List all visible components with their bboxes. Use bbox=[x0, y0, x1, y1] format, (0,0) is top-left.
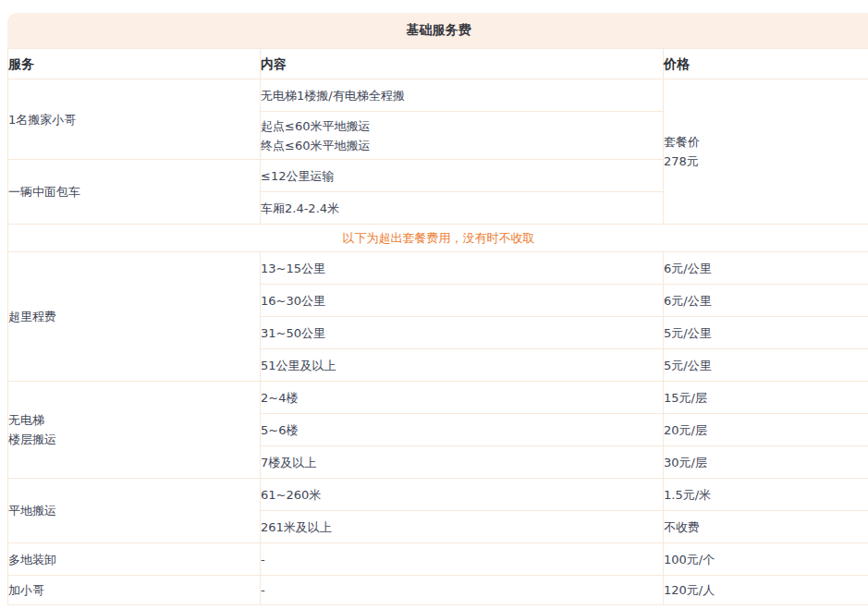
price-cell: 100元/个 bbox=[664, 543, 868, 576]
price-cell: 6元/公里 bbox=[664, 285, 868, 317]
price-cell: 5元/公里 bbox=[664, 349, 868, 382]
content-cell: 261米及以上 bbox=[261, 511, 664, 543]
table-row: 超里程费 13~15公里 6元/公里 bbox=[8, 252, 868, 285]
content-cell: 61~260米 bbox=[261, 479, 664, 511]
content-cell: 31~50公里 bbox=[261, 317, 664, 349]
service-cell: 1名搬家小哥 bbox=[8, 79, 261, 160]
content-cell: 13~15公里 bbox=[261, 252, 664, 285]
content-cell: - bbox=[261, 543, 664, 576]
price-cell: 6元/公里 bbox=[664, 252, 868, 285]
service-cell: 平地搬运 bbox=[8, 479, 261, 543]
table-row: 加小哥 - 120元/人 bbox=[8, 576, 868, 605]
price-cell: 20元/层 bbox=[664, 414, 868, 446]
price-cell: 30元/层 bbox=[664, 446, 868, 479]
column-header-service: 服务 bbox=[8, 49, 261, 79]
notice-text: 以下为超出套餐费用，没有时不收取 bbox=[8, 225, 868, 252]
content-cell: - bbox=[261, 576, 664, 605]
service-cell: 多地装卸 bbox=[8, 543, 261, 576]
content-cell: 起点≤60米平地搬运 终点≤60米平地搬运 bbox=[261, 112, 664, 160]
header-row: 服务 内容 价格 bbox=[8, 49, 868, 79]
price-cell-package: 套餐价 278元 bbox=[664, 79, 868, 225]
price-cell: 15元/层 bbox=[664, 382, 868, 414]
service-cell: 一辆中面包车 bbox=[8, 160, 261, 225]
notice-row: 以下为超出套餐费用，没有时不收取 bbox=[8, 225, 868, 252]
column-header-content: 内容 bbox=[261, 49, 664, 79]
content-cell: ≤12公里运输 bbox=[261, 160, 664, 192]
content-cell: 51公里及以上 bbox=[261, 349, 664, 382]
table-row: 1名搬家小哥 无电梯1楼搬/有电梯全程搬 套餐价 278元 bbox=[8, 79, 868, 112]
price-cell: 120元/人 bbox=[664, 576, 868, 605]
table-row: 平地搬运 61~260米 1.5元/米 bbox=[8, 479, 868, 511]
price-cell: 不收费 bbox=[664, 511, 868, 543]
content-cell: 7楼及以上 bbox=[261, 446, 664, 479]
table-row: 无电梯 楼层搬运 2~4楼 15元/层 bbox=[8, 382, 868, 414]
table-row: 多地装卸 - 100元/个 bbox=[8, 543, 868, 576]
price-cell: 1.5元/米 bbox=[664, 479, 868, 511]
content-cell: 车厢2.4-2.4米 bbox=[261, 192, 664, 225]
service-cell: 加小哥 bbox=[8, 576, 261, 605]
content-cell: 5~6楼 bbox=[261, 414, 664, 446]
service-cell: 无电梯 楼层搬运 bbox=[8, 382, 261, 479]
content-cell: 2~4楼 bbox=[261, 382, 664, 414]
column-header-price: 价格 bbox=[664, 49, 868, 79]
content-cell: 16~30公里 bbox=[261, 285, 664, 317]
pricing-table: 基础服务费 服务 内容 价格 1名搬家小哥 无电梯1楼搬/有电梯全程搬 套餐价 … bbox=[7, 13, 868, 605]
price-cell: 5元/公里 bbox=[664, 317, 868, 349]
content-cell: 无电梯1楼搬/有电梯全程搬 bbox=[261, 79, 664, 112]
price-table: 服务 内容 价格 1名搬家小哥 无电梯1楼搬/有电梯全程搬 套餐价 278元 起… bbox=[7, 48, 868, 605]
service-cell: 超里程费 bbox=[8, 252, 261, 382]
table-title: 基础服务费 bbox=[7, 13, 868, 48]
